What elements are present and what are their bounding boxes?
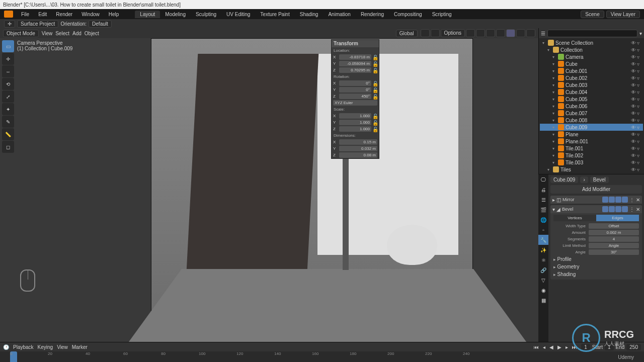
lock-icon[interactable]: 🔓 (372, 55, 377, 60)
rot-z[interactable]: 450° (339, 94, 371, 99)
tool-select-box[interactable]: ▭ (2, 40, 14, 52)
bevel-tab-edges[interactable]: Edges (596, 215, 639, 221)
tab-uv[interactable]: UV Editing (221, 11, 255, 18)
chevron-right-icon[interactable]: ▸ (552, 197, 555, 203)
section-shading[interactable]: ▸ Shading (553, 270, 639, 278)
ptab-viewlayer-icon[interactable]: ☰ (538, 195, 548, 205)
mode-dropdown[interactable]: Object Mode (3, 30, 39, 37)
restrict-icon[interactable]: ▿ (637, 68, 642, 73)
menu-window[interactable]: Window (77, 11, 104, 18)
add-modifier-button[interactable]: Add Modifier (550, 185, 642, 194)
scale-y[interactable]: 1.000 (339, 120, 371, 125)
gizmo-toggle-icon[interactable] (466, 29, 475, 37)
playback-play-rev-icon[interactable]: ◀ (549, 344, 553, 350)
rot-x[interactable]: 0° (339, 80, 371, 86)
chevron-down-icon[interactable]: ▾ (552, 207, 555, 212)
tl-menu-keying[interactable]: Keying (38, 344, 53, 350)
ptab-render-icon[interactable]: 🖵 (538, 174, 548, 185)
ptab-texture-icon[interactable]: ▦ (538, 295, 548, 305)
restrict-icon[interactable]: ▿ (637, 75, 642, 80)
section-geometry[interactable]: ▸ Geometry (553, 263, 639, 270)
outliner-item[interactable]: ▾Tile.001👁▿ (540, 145, 643, 152)
orientation-dropdown[interactable]: Default (89, 20, 112, 28)
timeline-track[interactable]: 020406080100120140160180200220240 (0, 351, 644, 362)
overlay-toggle-icon[interactable] (476, 29, 485, 37)
rot-mode[interactable]: XYZ Euler (333, 100, 377, 106)
playback-next-icon[interactable]: ▸ (566, 344, 568, 350)
scale-x[interactable]: 1.000 (339, 113, 371, 119)
outliner-item[interactable]: ▾Cube.009👁▿ (540, 124, 643, 131)
tab-texpaint[interactable]: Texture Paint (255, 11, 294, 18)
modifier-name[interactable]: Bevel (562, 207, 601, 212)
restrict-icon[interactable]: ▿ (637, 139, 642, 144)
crumb-object[interactable]: Cube.009 (550, 176, 578, 183)
shading-solid-icon[interactable] (506, 29, 515, 37)
lock-icon[interactable]: 🔓 (372, 87, 377, 93)
eye-icon[interactable]: 👁 (631, 97, 636, 102)
width-type-value[interactable]: Offset (589, 223, 639, 229)
tl-menu-marker[interactable]: Marker (72, 344, 88, 350)
cursor-tool-icon[interactable]: ✛ (4, 20, 15, 28)
tab-rendering[interactable]: Rendering (356, 11, 389, 18)
vp-menu-add[interactable]: Add (72, 31, 82, 36)
ptab-object-icon[interactable]: ▫ (538, 225, 548, 235)
lock-icon[interactable]: 🔓 (372, 94, 377, 99)
shading-rendered-icon[interactable] (526, 29, 535, 37)
outliner-item[interactable]: ▾Tiles👁▿ (540, 166, 643, 173)
snap-icon[interactable] (421, 29, 430, 37)
lock-icon[interactable]: 🔓 (372, 68, 377, 73)
tool-measure[interactable]: 📏 (2, 128, 14, 140)
ptab-data-icon[interactable]: ▽ (538, 275, 548, 285)
eye-icon[interactable]: 👁 (631, 125, 636, 130)
angle-value[interactable]: 30° (589, 249, 639, 255)
shading-wireframe-icon[interactable] (496, 29, 505, 37)
amount-value[interactable]: 0.002 m (589, 230, 639, 235)
menu-render[interactable]: Render (52, 11, 76, 18)
tool-move[interactable]: ↔ (2, 65, 14, 77)
scene-field[interactable]: Scene (581, 11, 604, 18)
eye-icon[interactable]: 👁 (631, 75, 636, 80)
outliner-item[interactable]: ▾Cube.008👁▿ (540, 117, 643, 124)
tool-rotate[interactable]: ⟲ (2, 78, 14, 90)
outliner-item[interactable]: ▾Tile.003👁▿ (540, 159, 643, 166)
restrict-icon[interactable]: ▿ (637, 132, 642, 137)
mod-edit-icon[interactable] (615, 206, 621, 212)
npanel-transform-header[interactable]: Transform (332, 40, 379, 47)
outliner-item[interactable]: ▾Cube.002👁▿ (540, 74, 643, 81)
limit-value[interactable]: Angle (589, 243, 639, 248)
tool-cursor[interactable]: ✛ (2, 53, 14, 65)
tl-menu-playback[interactable]: Playback (13, 344, 34, 350)
bevel-tab-vertices[interactable]: Vertices (553, 215, 596, 221)
playback-prev-icon[interactable]: ◂ (543, 344, 545, 350)
mod-close-icon[interactable]: ✕ (636, 207, 640, 212)
tab-layout[interactable]: Layout (135, 11, 160, 18)
eye-icon[interactable]: 👁 (631, 167, 636, 172)
tab-shading[interactable]: Shading (295, 11, 324, 18)
restrict-icon[interactable]: ▿ (637, 146, 642, 151)
lock-icon[interactable]: 🔓 (372, 114, 377, 119)
restrict-icon[interactable]: ▿ (637, 54, 642, 59)
outliner-item[interactable]: ▾Cube.004👁▿ (540, 88, 643, 96)
lock-icon[interactable]: 🔓 (372, 81, 377, 86)
loc-y[interactable]: -0.058094 m (339, 61, 371, 66)
tool-transform[interactable]: ✦ (2, 103, 14, 115)
outliner-item[interactable]: ▾Plane.001👁▿ (540, 138, 643, 145)
eye-icon[interactable]: 👁 (631, 89, 636, 95)
ptab-physics-icon[interactable]: ⚛ (538, 255, 548, 265)
modifier-name[interactable]: Mirror (562, 197, 601, 202)
restrict-icon[interactable]: ▿ (637, 160, 642, 165)
outliner-item[interactable]: ▾Cube.003👁▿ (540, 81, 643, 88)
eye-icon[interactable]: 👁 (631, 139, 636, 144)
outliner-item[interactable]: ▾Camera👁▿ (540, 53, 643, 60)
mod-render-icon[interactable] (609, 197, 615, 203)
proportional-icon[interactable] (431, 29, 440, 37)
restrict-icon[interactable]: ▿ (637, 61, 642, 66)
menu-edit[interactable]: Edit (34, 11, 51, 18)
section-profile[interactable]: ▸ Profile (553, 255, 639, 263)
lock-icon[interactable]: 🔓 (372, 120, 377, 125)
surface-project-toggle[interactable]: Surface Project (17, 20, 58, 28)
outliner-item[interactable]: ▾Plane👁▿ (540, 131, 643, 138)
loc-x[interactable]: -0.83718 m (339, 54, 371, 60)
dim-y[interactable]: 0.032 m (339, 146, 377, 151)
mod-render-icon[interactable] (609, 206, 615, 212)
